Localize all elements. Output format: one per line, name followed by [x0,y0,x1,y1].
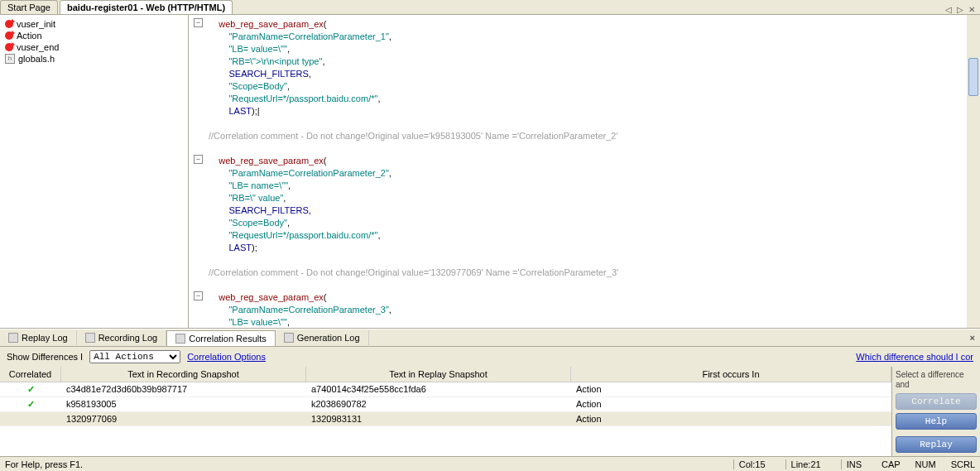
correlation-grid: Correlated Text in Recording Snapshot Te… [0,367,892,456]
code-line[interactable] [209,118,980,130]
tab-controls: ◁ ▷ ✕ [940,5,980,14]
code-line[interactable]: "LB= name=\"", [209,180,980,192]
header-file-icon: h [5,54,15,64]
code-line[interactable]: web_reg_save_param_ex( [209,155,980,167]
status-num: NUM [915,459,936,469]
status-scrl: SCRL [951,459,975,469]
replay-button[interactable]: Replay [896,436,977,453]
side-hint: Select a difference and [896,370,977,390]
cell-correlated [0,414,61,424]
code-line[interactable]: //Correlation comment - Do not change!Or… [209,267,980,279]
grid-header: Correlated Text in Recording Snapshot Te… [0,367,891,382]
code-line[interactable]: "RB=\" value", [209,192,980,204]
col-correlated[interactable]: Correlated [0,367,61,382]
code-line[interactable]: SEARCH_FILTERS, [209,68,980,80]
tab-label: Correlation Results [189,334,267,344]
correlation-options-link[interactable]: Correlation Options [187,352,266,362]
tree-label: vuser_end [17,42,59,52]
code-line[interactable]: "ParamName=CorrelationParameter_3", [209,304,980,316]
table-row[interactable]: 13209770691320983131Action [0,412,891,426]
which-difference-link[interactable]: Which difference should I cor [856,352,973,362]
tab-prev-icon[interactable]: ◁ [945,5,952,14]
log-icon [8,333,18,343]
help-button[interactable]: Help [896,413,977,430]
table-row[interactable]: ✓c34d81e72d3d60b39b987717a740014c34f25e5… [0,382,891,397]
cell-replay: k2038690782 [306,399,571,410]
code-line[interactable]: //Correlation comment - Do not change!Or… [209,130,980,142]
status-ins: INS [841,459,867,469]
action-icon [5,31,13,40]
cell-replay: a740014c34f25e558cc1fda6 [306,384,571,395]
tree-node-Action[interactable]: Action [2,30,186,41]
bottom-tab-generation-log[interactable]: Generation Log [276,330,369,345]
fold-toggle-icon[interactable]: − [194,155,203,164]
tree-node-vuser_init[interactable]: vuser_init [2,18,186,30]
cell-first-occurs: Action [571,399,891,410]
correlation-side-panel: Select a difference and Correlate Help R… [892,367,980,456]
scrollbar-thumb[interactable] [968,58,978,96]
tree-label: vuser_init [17,19,55,29]
code-line[interactable]: "Scope=Body", [209,80,980,93]
correlation-panel: Correlated Text in Recording Snapshot Te… [0,367,980,456]
code-line[interactable]: "RB=\">\r\n<input type", [209,55,980,68]
cell-recording: 1320977069 [61,414,306,424]
code-line[interactable]: SEARCH_FILTERS, [209,204,980,217]
code-editor[interactable]: web_reg_save_param_ex( "ParamName=Correl… [189,15,980,328]
code-line[interactable]: web_reg_save_param_ex( [209,18,980,31]
log-icon [85,333,95,343]
code-line[interactable]: "LB= value=\"", [209,43,980,55]
show-differences-label: Show Differences I [7,352,83,362]
tree-label: Action [17,31,42,41]
tab-script[interactable]: baidu-register01 - Web (HTTP/HTML) [60,0,233,14]
code-line[interactable] [209,279,980,291]
script-tree: vuser_initActionvuser_endhglobals.h [0,15,189,328]
tab-label: Replay Log [22,333,68,343]
action-icon [5,20,13,28]
code-line[interactable]: "Scope=Body", [209,217,980,229]
log-icon [175,334,185,344]
code-line[interactable]: "LB= value=\"", [209,316,980,328]
cell-correlated: ✓ [0,399,61,410]
document-tabs: Start Page baidu-register01 - Web (HTTP/… [0,0,980,15]
cell-recording: c34d81e72d3d60b39b987717 [61,384,306,395]
code-line[interactable]: LAST);| [209,105,980,118]
col-replay[interactable]: Text in Replay Snapshot [306,367,571,382]
status-line: Line:21 [785,459,826,469]
tab-close-icon[interactable]: ✕ [968,5,975,14]
table-row[interactable]: ✓k958193005k2038690782Action [0,397,891,412]
cell-first-occurs: Action [571,414,891,424]
fold-toggle-icon[interactable]: − [194,291,203,300]
bottom-tab-correlation-results[interactable]: Correlation Results [166,330,276,346]
col-first-occurs[interactable]: First occurs In [571,367,891,382]
action-icon [5,43,13,51]
code-line[interactable]: web_reg_save_param_ex( [209,291,980,304]
correlate-button[interactable]: Correlate [896,393,977,410]
panel-close-icon[interactable]: × [965,333,980,343]
tab-next-icon[interactable]: ▷ [957,5,963,14]
correlation-filter-bar: Show Differences I All Actions Correlati… [0,347,980,367]
code-line[interactable]: "ParamName=CorrelationParameter_2", [209,167,980,180]
code-line[interactable]: LAST); [209,242,980,254]
bottom-tab-recording-log[interactable]: Recording Log [77,330,167,345]
tab-start-page[interactable]: Start Page [0,0,58,14]
main-area: vuser_initActionvuser_endhglobals.h web_… [0,15,980,329]
fold-toggle-icon[interactable]: − [194,18,203,27]
status-cap: CAP [882,459,901,469]
col-recording[interactable]: Text in Recording Snapshot [61,367,306,382]
cell-correlated: ✓ [0,384,61,395]
code-line[interactable]: "RequestUrl=*/passport.baidu.com/*", [209,229,980,242]
tree-node-vuser_end[interactable]: vuser_end [2,41,186,53]
code-line[interactable] [209,254,980,267]
bottom-tab-replay-log[interactable]: Replay Log [0,330,77,345]
tab-label: Generation Log [297,333,360,343]
vertical-scrollbar[interactable] [967,15,980,328]
code-line[interactable]: "ParamName=CorrelationParameter_1", [209,31,980,43]
action-filter-select[interactable]: All Actions [89,350,180,363]
log-icon [284,333,294,343]
cell-first-occurs: Action [571,384,891,395]
cell-recording: k958193005 [61,399,306,410]
cell-replay: 1320983131 [306,414,571,424]
code-line[interactable] [209,142,980,155]
code-line[interactable]: "RequestUrl=*/passport.baidu.com/*", [209,93,980,105]
tree-node-globals.h[interactable]: hglobals.h [2,53,186,65]
